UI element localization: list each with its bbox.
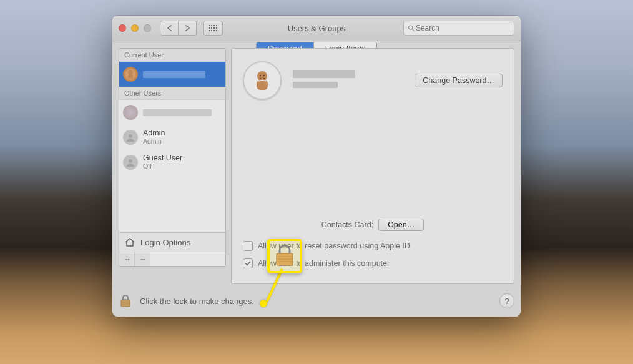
user-status: Off	[143, 163, 182, 170]
window-toolbar: Users & Groups	[112, 16, 521, 41]
svg-rect-6	[213, 27, 215, 29]
sidebar-bottom: Login Options ＋ －	[119, 232, 225, 266]
gingerbread-icon	[250, 68, 275, 93]
sidebar-header-other: Other Users	[119, 87, 225, 100]
login-options-label: Login Options	[140, 238, 190, 247]
lock-hint-text: Click the lock to make changes.	[140, 297, 254, 306]
svg-point-21	[263, 75, 265, 76]
contacts-card-row: Contacts Card: Open…	[232, 219, 514, 231]
svg-rect-5	[211, 27, 212, 29]
users-sidebar: Current User Other Users Admin Admin	[119, 48, 226, 267]
contacts-card-label: Contacts Card:	[321, 220, 373, 229]
help-button[interactable]: ?	[499, 293, 514, 308]
open-contacts-button[interactable]: Open…	[378, 219, 424, 231]
zoom-window-button[interactable]	[144, 24, 151, 32]
allow-admin-row: Allow user to administer this computer	[243, 258, 390, 268]
sidebar-item-current-user[interactable]	[119, 62, 225, 87]
add-remove-buttons: ＋ －	[119, 252, 225, 266]
svg-point-20	[260, 75, 261, 76]
svg-line-13	[412, 29, 414, 31]
user-full-name	[293, 70, 355, 92]
avatar-icon	[123, 67, 138, 82]
svg-rect-11	[216, 30, 217, 31]
user-avatar[interactable]	[243, 61, 282, 100]
svg-rect-7	[216, 27, 217, 29]
users-groups-window: Users & Groups Password Login Items Curr…	[112, 16, 521, 317]
house-icon	[124, 237, 135, 247]
user-name: Guest User	[143, 154, 182, 163]
svg-point-14	[128, 70, 133, 75]
svg-point-18	[257, 71, 267, 81]
close-window-button[interactable]	[119, 24, 126, 32]
annotation-endpoint	[260, 300, 267, 307]
traffic-lights	[119, 24, 151, 32]
window-footer: Click the lock to make changes. ?	[119, 290, 514, 312]
redacted-name	[143, 109, 212, 116]
sidebar-header-current: Current User	[119, 49, 225, 62]
checkmark-icon	[245, 260, 251, 267]
avatar-icon	[123, 105, 138, 120]
sidebar-item-admin[interactable]: Admin Admin	[119, 125, 225, 150]
user-header: Change Password…	[243, 61, 503, 100]
search-icon	[408, 24, 415, 32]
minimize-window-button[interactable]	[131, 24, 139, 32]
svg-rect-3	[216, 25, 217, 26]
remove-user-button[interactable]: －	[135, 252, 150, 266]
login-options-button[interactable]: Login Options	[119, 233, 225, 252]
user-role: Admin	[143, 138, 165, 145]
grid-icon	[209, 25, 217, 31]
annotation-highlight	[267, 239, 302, 273]
back-button[interactable]	[160, 21, 179, 36]
search-field-wrap[interactable]	[403, 21, 514, 36]
lock-button[interactable]	[119, 293, 132, 308]
sidebar-item-other-user-1[interactable]	[119, 100, 225, 125]
svg-rect-22	[121, 300, 130, 307]
user-name: Admin	[143, 129, 165, 138]
svg-rect-1	[211, 25, 212, 26]
allow-admin-checkbox[interactable]	[243, 258, 253, 268]
svg-point-17	[129, 159, 132, 163]
svg-rect-15	[128, 74, 133, 79]
silhouette-icon	[125, 132, 135, 142]
redacted-name	[143, 71, 205, 78]
svg-rect-4	[209, 27, 210, 29]
svg-rect-8	[209, 30, 210, 31]
allow-reset-checkbox[interactable]	[243, 241, 253, 251]
forward-button[interactable]	[179, 21, 197, 36]
svg-point-12	[408, 26, 412, 29]
nav-buttons	[160, 21, 197, 36]
svg-rect-9	[211, 30, 212, 31]
lock-icon	[119, 294, 132, 308]
chevron-left-icon	[167, 25, 172, 31]
add-user-button[interactable]: ＋	[119, 252, 135, 266]
avatar-icon	[123, 130, 138, 145]
lock-icon	[275, 245, 295, 267]
gingerbread-icon	[125, 69, 136, 80]
svg-rect-10	[213, 30, 215, 31]
desktop-wallpaper: Users & Groups Password Login Items Curr…	[0, 0, 633, 364]
show-all-prefs-button[interactable]	[203, 21, 223, 36]
silhouette-icon	[125, 157, 135, 167]
svg-rect-2	[213, 25, 215, 26]
change-password-button[interactable]: Change Password…	[415, 74, 503, 87]
svg-rect-19	[257, 80, 268, 90]
search-input[interactable]	[415, 23, 510, 33]
svg-point-16	[129, 134, 132, 138]
sidebar-item-guest[interactable]: Guest User Off	[119, 150, 225, 175]
svg-rect-0	[209, 25, 210, 26]
chevron-right-icon	[185, 25, 190, 31]
avatar-icon	[123, 155, 138, 170]
